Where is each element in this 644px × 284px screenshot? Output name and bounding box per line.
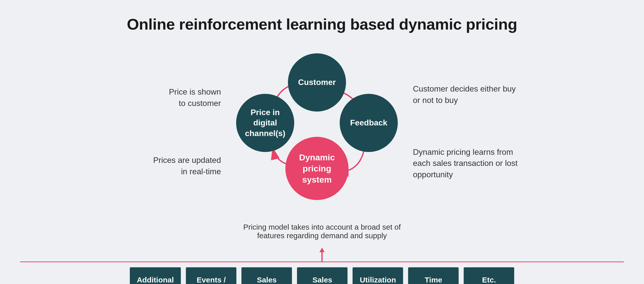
feature-time-of-day: Timeof day bbox=[408, 267, 459, 284]
page-container: Online reinforcement learning based dyna… bbox=[0, 0, 644, 284]
arrow-up-icon bbox=[314, 248, 330, 263]
feature-etc: Etc. bbox=[464, 267, 514, 284]
feature-additional-services: Additionalservices bbox=[130, 267, 181, 284]
divider-line bbox=[20, 261, 624, 262]
pricing-caption: Pricing model takes into account a broad… bbox=[243, 223, 401, 240]
feature-sales-forecast: Salesforecast bbox=[241, 267, 292, 284]
feature-utilization-level: Utilizationlevel bbox=[353, 267, 403, 284]
annotation-top-right: Customer decides either buyor not to buy bbox=[413, 83, 516, 106]
annotation-top-left: Price is shownto customer bbox=[169, 86, 221, 109]
top-part: Price is shownto customer Prices are upd… bbox=[20, 48, 624, 215]
circle-feedback: Feedback bbox=[340, 94, 398, 152]
svg-marker-5 bbox=[319, 248, 325, 252]
bottom-caption-area: Pricing model takes into account a broad… bbox=[20, 223, 624, 284]
circle-dynamic-pricing: Dynamicpricingsystem bbox=[285, 137, 349, 200]
annotation-right: Customer decides either buyor not to buy… bbox=[413, 83, 519, 180]
annotation-left: Price is shownto customer Prices are upd… bbox=[125, 86, 221, 177]
pricing-caption-area: Pricing model takes into account a broad… bbox=[243, 223, 401, 245]
page-title: Online reinforcement learning based dyna… bbox=[127, 15, 517, 33]
circle-price-digital: Price indigitalchannel(s) bbox=[236, 94, 294, 152]
feature-events-holidays: Events /Holidays bbox=[186, 267, 236, 284]
main-content: Price is shownto customer Prices are upd… bbox=[20, 48, 624, 284]
circle-customer: Customer bbox=[288, 53, 346, 112]
annotation-bottom-right: Dynamic pricing learns fromeach sales tr… bbox=[413, 146, 517, 180]
feature-sales-speed: Salesspeed bbox=[297, 267, 348, 284]
circle-diagram: Customer Feedback Price indigitalchannel… bbox=[226, 48, 408, 215]
annotation-bottom-left: Prices are updatedin real-time bbox=[153, 155, 221, 177]
features-row: Additionalservices Events /Holidays Sale… bbox=[130, 267, 514, 284]
